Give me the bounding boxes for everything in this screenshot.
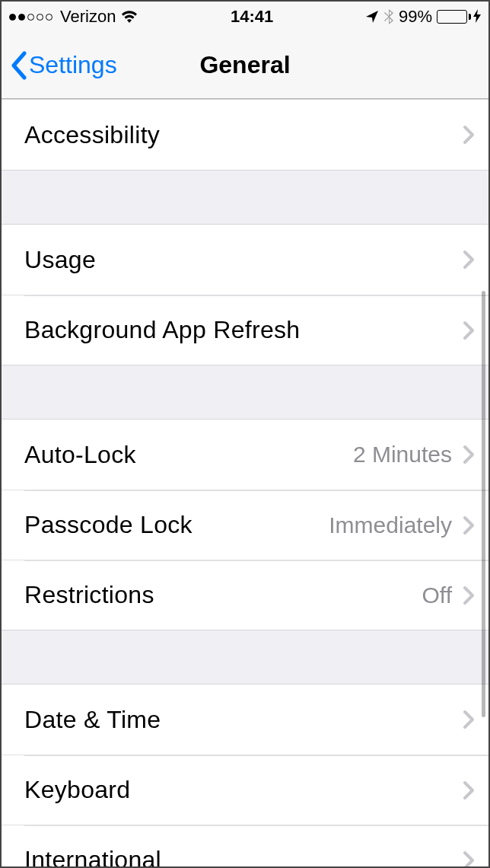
chevron-right-icon: [463, 586, 475, 605]
row-value: Off: [422, 582, 452, 608]
row-restrictions[interactable]: Restrictions Off: [2, 560, 488, 630]
row-accessibility[interactable]: Accessibility: [2, 100, 488, 170]
row-passcode-lock[interactable]: Passcode Lock Immediately: [2, 490, 488, 560]
back-label: Settings: [29, 51, 117, 79]
chevron-right-icon: [463, 710, 475, 729]
chevron-right-icon: [463, 125, 475, 145]
row-label: Keyboard: [24, 776, 463, 804]
group-usage: Usage Background App Refresh: [2, 224, 488, 365]
status-bar: Verizon 14:41 99%: [2, 2, 488, 32]
status-right: 99%: [365, 7, 481, 27]
row-label: Accessibility: [24, 121, 463, 149]
row-keyboard[interactable]: Keyboard: [2, 755, 488, 825]
row-value: Immediately: [329, 512, 452, 538]
group-international: Date & Time Keyboard International: [2, 684, 488, 868]
status-left: Verizon: [9, 7, 138, 27]
row-auto-lock[interactable]: Auto-Lock 2 Minutes: [2, 420, 488, 490]
row-usage[interactable]: Usage: [2, 225, 488, 295]
row-label: Background App Refresh: [24, 316, 463, 344]
settings-list: Accessibility Usage Background App Refre…: [2, 99, 488, 868]
group-accessibility: Accessibility: [2, 99, 488, 171]
status-time: 14:41: [231, 7, 273, 27]
row-label: Usage: [24, 246, 463, 274]
row-background-app-refresh[interactable]: Background App Refresh: [2, 295, 488, 365]
row-label: Auto-Lock: [24, 441, 353, 469]
signal-strength-icon: [9, 14, 52, 21]
chevron-right-icon: [463, 515, 475, 535]
chevron-right-icon: [463, 321, 475, 340]
battery-percent: 99%: [399, 7, 432, 27]
chevron-right-icon: [463, 780, 475, 800]
chevron-right-icon: [463, 850, 475, 869]
chevron-left-icon: [11, 51, 27, 80]
chevron-right-icon: [463, 250, 475, 270]
row-label: Passcode Lock: [24, 511, 329, 539]
nav-bar: Settings General: [2, 32, 488, 99]
carrier-label: Verizon: [60, 7, 116, 27]
row-label: Date & Time: [24, 706, 463, 734]
row-international[interactable]: International: [2, 825, 488, 868]
scroll-indicator[interactable]: [482, 291, 485, 717]
bluetooth-icon: [383, 8, 394, 25]
group-lock: Auto-Lock 2 Minutes Passcode Lock Immedi…: [2, 419, 488, 630]
row-label: Restrictions: [24, 581, 422, 609]
row-label: International: [24, 846, 463, 868]
battery-icon: [437, 9, 481, 25]
row-value: 2 Minutes: [353, 442, 452, 468]
back-button[interactable]: Settings: [11, 51, 117, 80]
wifi-icon: [120, 10, 138, 24]
row-date-time[interactable]: Date & Time: [2, 685, 488, 755]
charging-icon: [473, 9, 481, 25]
chevron-right-icon: [463, 445, 475, 464]
location-icon: [365, 10, 379, 24]
